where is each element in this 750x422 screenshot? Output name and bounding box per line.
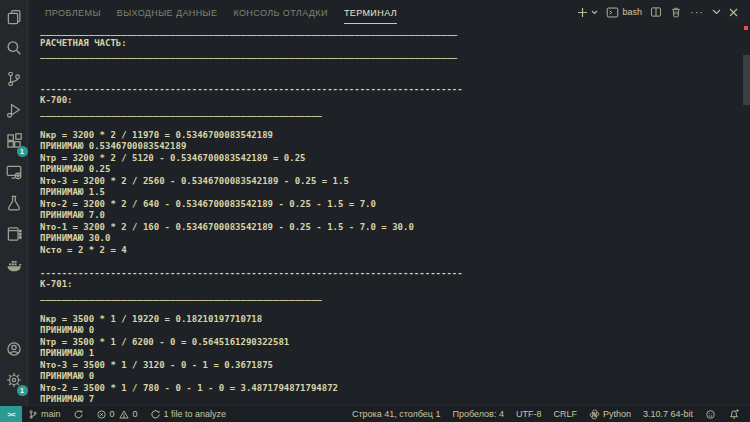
trash-icon [670, 6, 682, 18]
terminal-line: ----------------------------------------… [40, 268, 750, 280]
tab-problems[interactable]: ПРОБЛЕМЫ [45, 0, 101, 24]
test-flask-icon [5, 194, 23, 216]
bell-icon [728, 408, 740, 420]
problems-indicator[interactable]: 0 0 [90, 406, 144, 422]
sidebar-item-settings[interactable]: 1 [2, 370, 26, 394]
python-interpreter[interactable]: 3.10.7 64-bit [637, 406, 699, 422]
split-terminal-button[interactable] [650, 6, 662, 18]
terminal-line [40, 72, 750, 84]
run-debug-icon [5, 101, 23, 123]
status-bar-right: Строка 41, столбец 1 Пробелов: 4 UTF-8 C… [346, 406, 750, 422]
terminal-line: ________________________________________… [40, 49, 750, 61]
git-branch-icon [28, 409, 38, 420]
terminal-line: Nто-1 = 3200 * 2 / 160 - 0.5346700083542… [40, 222, 750, 234]
indentation-indicator[interactable]: Пробелов: 4 [447, 406, 510, 422]
remote-explorer-icon [5, 163, 23, 185]
tab-debug-console[interactable]: КОНСОЛЬ ОТЛАДКИ [233, 0, 327, 24]
status-bar-left: >< main 0 0 1 file to analyze [0, 406, 232, 422]
warnings-icon [118, 409, 130, 420]
extensions-badge: 1 [17, 146, 28, 157]
source-control-icon [5, 70, 23, 92]
terminal-line: Nсто = 2 * 2 = 4 [40, 245, 750, 257]
settings-badge: 1 [17, 385, 28, 396]
branch-name: main [41, 409, 61, 419]
terminal-line [40, 118, 750, 130]
analysis-status[interactable]: 1 file to analyze [144, 406, 233, 422]
explorer-icon [5, 8, 23, 30]
maximize-panel-button[interactable] [712, 9, 721, 15]
warnings-count: 0 [133, 409, 138, 419]
notifications-button[interactable] [722, 406, 746, 422]
panel-actions: bash ··· [577, 0, 750, 24]
shell-selector[interactable]: bash [606, 6, 642, 19]
language-label: Python [603, 409, 631, 419]
terminal-line: ----------------------------------------… [40, 84, 750, 96]
terminal-line: К-701: [40, 279, 750, 291]
terminal-line: Nто-2 = 3200 * 2 / 640 - 0.5346700083542… [40, 199, 750, 211]
tab-terminal[interactable]: ТЕРМИНАЛ [344, 0, 397, 24]
analysis-label: 1 file to analyze [164, 409, 227, 419]
scrollbar-error-marker [744, 26, 748, 30]
sidebar-item-notebook[interactable] [2, 224, 26, 248]
encoding-indicator[interactable]: UTF-8 [510, 406, 548, 422]
sidebar-item-extensions[interactable]: 1 [2, 131, 26, 155]
close-panel-button[interactable] [729, 8, 738, 17]
notebook-icon [5, 225, 23, 247]
terminal-line: К-700: [40, 95, 750, 107]
sidebar-item-remote-explorer[interactable] [2, 162, 26, 186]
terminal-line: ПРИНИМАЮ 1.5 [40, 187, 750, 199]
terminal-line: ПРИНИМАЮ 0 [40, 325, 750, 337]
terminal-line: ПРИНИМАЮ 0.5346700083542189 [40, 141, 750, 153]
sidebar-item-run-debug[interactable] [2, 100, 26, 124]
errors-count: 0 [110, 409, 115, 419]
chevron-down-icon [591, 10, 598, 15]
bottom-panel: ПРОБЛЕМЫ ВЫХОДНЫЕ ДАННЫЕ КОНСОЛЬ ОТЛАДКИ… [28, 0, 750, 405]
search-icon [5, 39, 23, 61]
vscode-window: 1 1 [0, 0, 750, 422]
kill-terminal-button[interactable] [670, 6, 682, 18]
terminal-line: Nто-3 = 3200 * 2 / 2560 - 0.534670008354… [40, 176, 750, 188]
docker-icon [5, 256, 23, 278]
sidebar-item-source-control[interactable] [2, 69, 26, 93]
status-bar: >< main 0 0 1 file to analyze Строка 41,… [0, 405, 750, 422]
tab-output[interactable]: ВЫХОДНЫЕ ДАННЫЕ [117, 0, 218, 24]
sidebar-item-explorer[interactable] [2, 7, 26, 31]
sidebar-item-search[interactable] [2, 38, 26, 62]
terminal-icon [606, 6, 619, 19]
branch-indicator[interactable]: main [22, 406, 67, 422]
sidebar-item-testing[interactable] [2, 193, 26, 217]
language-mode[interactable]: Python [583, 406, 637, 422]
errors-icon [96, 409, 107, 420]
terminal-line: ________________________________________… [40, 107, 750, 119]
split-pane-icon [650, 6, 662, 18]
shell-label: bash [622, 7, 642, 17]
plus-icon [577, 7, 588, 18]
cursor-position[interactable]: Строка 41, столбец 1 [346, 406, 447, 422]
eol-indicator[interactable]: CRLF [547, 406, 583, 422]
terminal-scrollbar[interactable] [743, 55, 750, 105]
terminal-line: ПРИНИМАЮ 7.0 [40, 210, 750, 222]
sync-changes-button[interactable] [67, 406, 90, 422]
remote-indicator[interactable]: >< [0, 406, 22, 422]
more-actions-button[interactable]: ··· [690, 8, 704, 16]
terminal-line: Nтр = 3500 * 1 / 6200 - 0 = 0.5645161290… [40, 337, 750, 349]
chevron-down-icon [712, 9, 721, 15]
terminal-line: Nто-3 = 3500 * 1 / 3120 - 0 - 1 = 0.3671… [40, 360, 750, 372]
new-terminal-button[interactable] [577, 7, 598, 18]
activity-bar: 1 1 [0, 0, 28, 405]
terminal-line: РАСЧЕТНАЯ ЧАСТЬ: [40, 38, 750, 50]
terminal-line: ПРИНИМАЮ 1 [40, 348, 750, 360]
sidebar-item-docker[interactable] [2, 255, 26, 279]
terminal-line: ПРИНИМАЮ 0 [40, 371, 750, 383]
feedback-button[interactable] [699, 406, 722, 422]
terminal-viewport[interactable]: ________________________________________… [28, 24, 750, 405]
terminal-line: Nтр = 3200 * 2 / 5120 - 0.53467000835421… [40, 153, 750, 165]
sidebar-item-account[interactable] [2, 339, 26, 363]
python-icon [589, 409, 600, 420]
terminal-line [40, 61, 750, 73]
terminal-line [40, 256, 750, 268]
terminal-line: ПРИНИМАЮ 0.25 [40, 164, 750, 176]
sync-icon [73, 409, 84, 420]
feedback-smiley-icon [705, 409, 716, 420]
terminal-line: ПРИНИМАЮ 7 [40, 394, 750, 405]
